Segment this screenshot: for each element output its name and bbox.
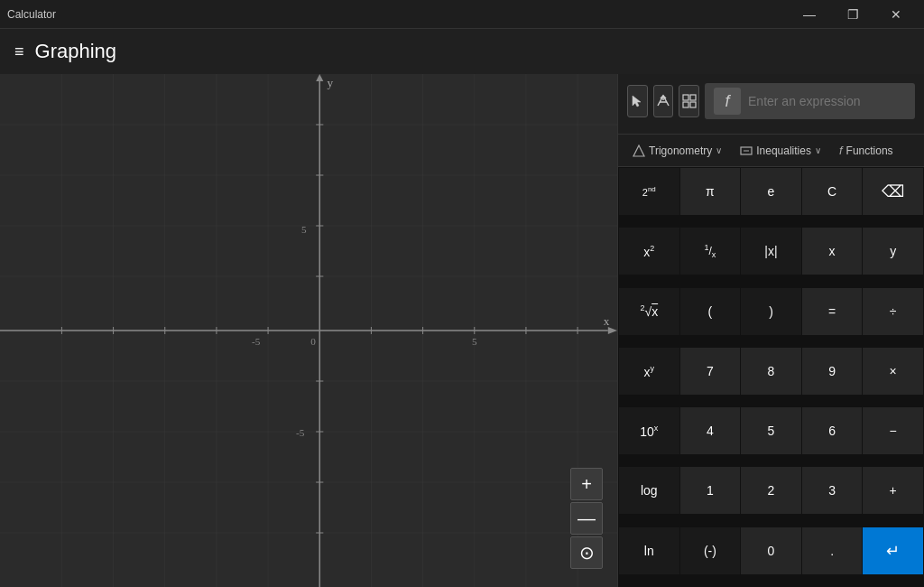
key-10x[interactable]: 10x xyxy=(619,407,679,454)
key-nrt[interactable]: 2√x xyxy=(619,288,679,335)
key-log[interactable]: log xyxy=(619,467,679,514)
key-5[interactable]: 5 xyxy=(741,407,801,454)
minimize-button[interactable]: — xyxy=(789,0,830,29)
key-4[interactable]: 4 xyxy=(680,407,741,454)
expression-area: f xyxy=(618,74,924,134)
svg-text:x: x xyxy=(604,314,610,328)
trig-icon xyxy=(633,144,645,157)
title-bar: Calculator — ❐ ✕ xyxy=(0,0,924,29)
svg-rect-55 xyxy=(690,102,696,107)
key-x2[interactable]: x2 xyxy=(619,228,679,275)
key-abs[interactable]: |x| xyxy=(741,228,801,275)
svg-rect-54 xyxy=(683,102,688,107)
svg-text:5: 5 xyxy=(472,336,477,347)
key-ln[interactable]: ln xyxy=(619,527,679,574)
key-2nd[interactable]: 2nd xyxy=(619,168,679,215)
function-menu-bar: Trigonometry ∨ Inequalities ∨ f Function… xyxy=(618,134,924,167)
key-9[interactable]: 9 xyxy=(802,348,863,395)
func-label: Functions xyxy=(846,144,893,157)
key-dot[interactable]: . xyxy=(802,527,863,574)
func-icon: f xyxy=(839,144,843,157)
key-3[interactable]: 3 xyxy=(802,467,863,514)
title-bar-controls: — ❐ ✕ xyxy=(789,0,917,29)
key-mul[interactable]: × xyxy=(863,348,923,395)
main-layout: y x -5 0 5 5 -5 xyxy=(0,74,924,587)
graph-settings-icon xyxy=(682,94,697,108)
title-bar-left: Calculator xyxy=(7,8,56,21)
key-e[interactable]: e xyxy=(741,168,801,215)
expression-toolbar: f xyxy=(627,83,915,119)
expression-input[interactable] xyxy=(748,94,906,108)
trigonometry-menu[interactable]: Trigonometry ∨ xyxy=(625,141,729,161)
right-panel: f Trigonometry ∨ Inequalities ∨ xyxy=(617,74,924,587)
svg-rect-53 xyxy=(690,95,696,100)
svg-rect-52 xyxy=(683,95,688,100)
key-C[interactable]: C xyxy=(802,168,863,215)
key-open[interactable]: ( xyxy=(680,288,741,335)
key-6[interactable]: 6 xyxy=(802,407,863,454)
zoom-out-button[interactable]: — xyxy=(570,502,603,535)
zoom-in-button[interactable]: + xyxy=(570,468,603,500)
keypad: 2ndπeC⌫x21/x|x|xy2√x()=÷xy789×10x456−log… xyxy=(618,167,924,587)
key-close[interactable]: ) xyxy=(741,288,801,335)
key-x[interactable]: x xyxy=(802,228,863,275)
key-sub[interactable]: − xyxy=(863,407,923,454)
key-1[interactable]: 1 xyxy=(680,467,741,514)
close-button[interactable]: ✕ xyxy=(875,0,917,29)
key-pi[interactable]: π xyxy=(680,168,741,215)
key-8[interactable]: 8 xyxy=(741,348,801,395)
graph-area: y x -5 0 5 5 -5 xyxy=(0,74,617,587)
zoom-reset-button[interactable]: ⊙ xyxy=(570,536,603,569)
ineq-icon xyxy=(740,144,753,157)
svg-marker-56 xyxy=(633,145,644,156)
key-2[interactable]: 2 xyxy=(741,467,801,514)
graph-canvas: y x -5 0 5 5 -5 xyxy=(0,74,617,587)
svg-text:-5: -5 xyxy=(296,427,305,438)
app-header: ≡ Graphing xyxy=(0,29,924,74)
key-xy[interactable]: xy xyxy=(619,348,679,395)
key-eq[interactable]: = xyxy=(802,288,863,335)
trig-label: Trigonometry xyxy=(649,144,712,157)
key-enter[interactable]: ↵ xyxy=(863,527,923,574)
key-back[interactable]: ⌫ xyxy=(863,168,923,215)
ineq-chevron: ∨ xyxy=(815,145,821,155)
key-y[interactable]: y xyxy=(863,228,923,275)
cursor-tool-button[interactable] xyxy=(627,85,648,117)
functions-menu[interactable]: f Functions xyxy=(832,140,901,161)
page-title: Graphing xyxy=(35,40,117,63)
ineq-label: Inequalities xyxy=(756,144,811,157)
app-title-label: Calculator xyxy=(7,8,56,21)
svg-text:y: y xyxy=(327,76,333,89)
svg-text:5: 5 xyxy=(301,224,307,235)
key-1_x[interactable]: 1/x xyxy=(680,228,741,275)
settings-tool-button[interactable] xyxy=(679,85,699,117)
key-0[interactable]: 0 xyxy=(741,527,801,574)
key-7[interactable]: 7 xyxy=(680,348,741,395)
key-neg[interactable]: (-) xyxy=(680,527,741,574)
svg-text:0: 0 xyxy=(310,336,316,347)
key-div[interactable]: ÷ xyxy=(863,288,923,335)
trig-chevron: ∨ xyxy=(716,145,722,155)
cursor-icon xyxy=(630,94,644,108)
function-badge: f xyxy=(714,88,741,115)
menu-icon[interactable]: ≡ xyxy=(14,42,24,61)
graph-svg: y x -5 0 5 5 -5 xyxy=(0,74,617,587)
inequalities-menu[interactable]: Inequalities ∨ xyxy=(733,141,828,161)
key-add[interactable]: + xyxy=(863,467,923,514)
share-icon xyxy=(656,94,670,108)
svg-text:-5: -5 xyxy=(252,336,261,347)
share-tool-button[interactable] xyxy=(653,85,674,117)
maximize-button[interactable]: ❐ xyxy=(832,0,873,29)
expression-input-row: f xyxy=(705,83,915,119)
zoom-controls: + — ⊙ xyxy=(570,468,603,569)
